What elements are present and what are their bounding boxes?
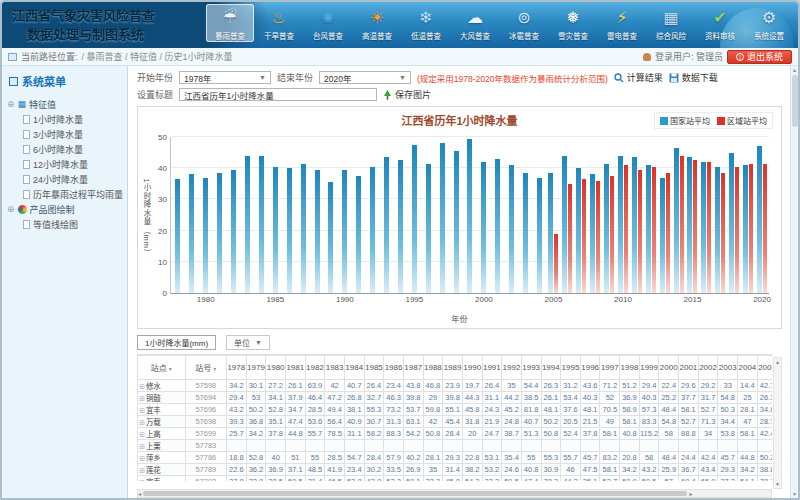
table-horizontal-scrollbar[interactable]: ◂ ▸ [137,489,772,498]
bar-national-2007[interactable] [576,168,581,293]
bar-national-1989[interactable] [328,182,333,293]
col-header-year-1993[interactable]: 1993 [521,356,541,380]
download-button[interactable]: 数据下载 [669,71,718,84]
chart-title-input[interactable] [179,88,377,101]
sidebar-item[interactable]: 6小时降水量 [7,142,125,157]
nav-item-gale[interactable]: ☁大风普查 [451,4,499,42]
main-vertical-scrollbar[interactable]: ▲ ▼ [790,66,798,498]
row-expander-icon[interactable]: ⊞ [139,443,145,450]
sidebar-item[interactable]: 等值线绘图 [7,217,125,232]
save-image-button[interactable]: 保存图片 [383,88,431,101]
bar-national-1994[interactable] [398,160,403,293]
nav-item-hail[interactable]: ⊚冰雹普查 [500,4,548,42]
col-header-year-2000[interactable]: 2000 [659,356,679,380]
bar-national-1987[interactable] [301,164,306,293]
col-header-station-id[interactable]: 站号▾ [185,356,226,380]
bar-national-2018[interactable] [729,153,734,293]
bar-regional-2019[interactable] [749,164,753,293]
row-expander-icon[interactable]: ⊞ [139,407,145,414]
bar-national-2016[interactable] [701,162,706,293]
bar-regional-2015[interactable] [693,160,697,293]
col-header-year-1984[interactable]: 1984 [344,356,364,380]
col-header-year-1992[interactable]: 1992 [502,356,522,380]
end-year-select[interactable]: 2020年▼ [319,71,411,84]
bar-regional-2017[interactable] [721,173,725,293]
col-header-station[interactable]: 站点▾ [138,356,186,380]
bar-national-2006[interactable] [562,156,567,293]
col-header-year-1990[interactable]: 1990 [462,356,482,380]
bar-regional-2005[interactable] [554,234,558,293]
bar-regional-2008[interactable] [596,181,600,293]
bar-national-2003[interactable] [523,173,528,293]
scroll-right-arrow-icon[interactable]: ▸ [689,490,692,497]
bar-national-1986[interactable] [287,168,292,293]
col-header-year-1986[interactable]: 1986 [384,356,404,380]
bar-national-1979[interactable] [189,174,194,293]
expander-icon[interactable]: ⊕ [7,100,15,109]
col-header-year-1988[interactable]: 1988 [423,356,443,380]
bar-national-1978[interactable] [175,179,180,293]
table-vertical-scrollbar[interactable]: ▲ ▼ [773,357,782,489]
col-header-year-1980[interactable]: 1980 [266,356,286,380]
scroll-down-arrow-icon[interactable]: ▼ [792,491,797,497]
scroll-left-arrow-icon[interactable]: ◂ [138,490,141,497]
logout-button[interactable]: | 退出系统 [727,50,792,64]
calculate-button[interactable]: 计算结果 [614,71,663,84]
bar-national-1983[interactable] [245,156,250,293]
col-header-year-2002[interactable]: 2002 [698,356,718,380]
bar-regional-2006[interactable] [568,184,572,293]
sidebar-item[interactable]: 12小时降水量 [7,157,125,172]
bar-national-2010[interactable] [618,156,623,293]
bar-regional-2011[interactable] [638,170,642,293]
bar-regional-2013[interactable] [666,173,670,293]
col-header-year-1989[interactable]: 1989 [443,356,463,380]
bar-national-1992[interactable] [370,167,375,293]
bar-national-2020[interactable] [757,146,762,293]
nav-item-rainstorm[interactable]: ☔暴雨普查 [206,4,254,42]
bar-regional-2007[interactable] [582,179,586,293]
vertical-scroll-thumb[interactable] [792,75,798,127]
bar-national-1985[interactable] [273,167,278,293]
col-header-year-1978[interactable]: 1978 [227,356,247,380]
bar-national-2002[interactable] [509,165,514,293]
col-header-year-1997[interactable]: 1997 [600,356,620,380]
nav-item-high-temp[interactable]: ☀高温普查 [353,4,401,42]
col-header-year-1991[interactable]: 1991 [482,356,502,380]
row-expander-icon[interactable]: ⊞ [139,419,145,426]
sidebar-item[interactable]: 3小时降水量 [7,127,125,142]
sidebar-item[interactable]: 1小时降水量 [7,112,125,127]
nav-item-lightning[interactable]: ⚡雷电普查 [598,4,646,42]
sidebar-group[interactable]: ⊕▦特征值 [7,97,125,112]
nav-item-drought[interactable]: ♨干旱普查 [255,4,303,42]
bar-regional-2020[interactable] [763,164,767,293]
scroll-up-arrow-icon[interactable]: ▲ [792,67,797,73]
row-expander-icon[interactable]: ⊞ [139,467,145,474]
bar-national-2008[interactable] [590,174,595,293]
sidebar-item[interactable]: 24小时降水量 [7,172,125,187]
col-header-year-1981[interactable]: 1981 [285,356,305,380]
bar-national-1980[interactable] [203,178,208,293]
nav-item-typhoon[interactable]: ✺台风普查 [304,4,352,42]
col-header-year-1983[interactable]: 1983 [325,356,345,380]
table-tab-precip[interactable]: 1小时降水量(mm) [137,335,216,350]
sidebar-group[interactable]: ⊕产品图绘制 [7,202,125,217]
sidebar-item[interactable]: 历年暴雨过程平均雨量 [7,187,125,202]
bar-national-2012[interactable] [646,165,651,293]
bar-national-2019[interactable] [743,165,748,293]
bar-national-2017[interactable] [715,167,720,293]
col-header-year-1982[interactable]: 1982 [305,356,325,380]
expander-icon[interactable]: ⊕ [7,205,15,214]
bar-national-2000[interactable] [481,162,486,293]
bar-national-1988[interactable] [315,170,320,293]
bar-regional-2018[interactable] [735,167,739,293]
bar-national-1996[interactable] [426,164,431,293]
col-header-year-1998[interactable]: 1998 [620,356,640,380]
col-header-year-2004[interactable]: 2004 [738,356,758,380]
bar-national-1991[interactable] [356,176,361,293]
bar-regional-2014[interactable] [680,156,684,293]
start-year-select[interactable]: 1978年▼ [179,71,271,84]
row-expander-icon[interactable]: ⊞ [139,455,145,462]
bar-national-1993[interactable] [384,157,389,293]
bar-national-2013[interactable] [660,178,665,293]
bar-national-1981[interactable] [217,173,222,293]
